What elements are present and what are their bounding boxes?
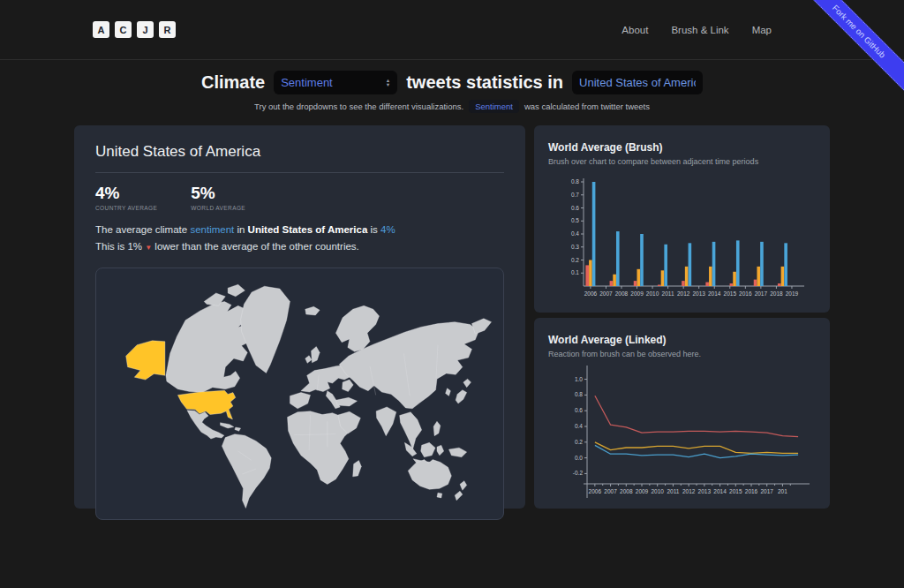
map-country-mexico <box>187 411 224 439</box>
summary-line-2: This is 1% ▼ lower than the average of t… <box>95 238 504 255</box>
summary-country-name: United States of America <box>248 224 368 235</box>
country-input[interactable] <box>572 71 703 94</box>
title-row: Climate Sentiment ▲▼ tweets statistics i… <box>0 71 904 94</box>
title-prefix: Climate <box>201 72 265 93</box>
svg-text:2008: 2008 <box>615 290 629 297</box>
map-island-borneo <box>421 442 435 456</box>
map-country-japan <box>456 390 467 403</box>
logo-letter: C <box>115 21 132 38</box>
svg-text:0.6: 0.6 <box>571 205 579 211</box>
country-panel-title: United States of America <box>95 143 504 161</box>
logo-letter: J <box>137 21 154 38</box>
svg-text:0.2: 0.2 <box>571 257 579 263</box>
map-island-new-guinea <box>448 448 466 457</box>
brush-chart-panel: World Average (Brush) Brush over chart t… <box>534 125 830 313</box>
svg-text:0.4: 0.4 <box>571 230 579 237</box>
svg-text:0.1: 0.1 <box>571 269 579 275</box>
svg-text:2017: 2017 <box>760 488 773 494</box>
svg-text:2014: 2014 <box>708 290 721 297</box>
map-island-philippines <box>433 421 441 435</box>
map-region-alaska-highlighted <box>126 341 165 380</box>
map-island <box>235 427 241 431</box>
map-region-iberia <box>290 392 310 408</box>
series-orange <box>595 442 798 454</box>
metric-select[interactable]: Sentiment ▲▼ <box>274 71 397 94</box>
select-chevrons-icon: ▲▼ <box>386 79 390 87</box>
map-country-turkey <box>335 397 357 406</box>
svg-text:0.8: 0.8 <box>575 391 583 397</box>
svg-text:2008: 2008 <box>620 488 633 494</box>
svg-text:2018: 2018 <box>770 290 783 297</box>
linked-chart-title: World Average (Linked) <box>548 334 816 346</box>
brush-chart-title: World Average (Brush) <box>548 141 816 154</box>
world-map[interactable] <box>96 268 503 519</box>
map-country-ireland <box>305 356 312 364</box>
logo-letter: R <box>159 21 176 38</box>
brush-chart-container: 0.10.20.30.40.50.60.70.82006200720082009… <box>548 171 816 307</box>
summary-text-chunk: This is 1% <box>95 241 145 252</box>
nav-link-about[interactable]: About <box>622 25 648 35</box>
map-country-new-zealand <box>460 481 467 491</box>
summary-line-1: The average climate sentiment in United … <box>95 222 504 238</box>
brush-chart-subtitle: Brush over chart to compare between adja… <box>548 157 816 166</box>
nav-link-map[interactable]: Map <box>752 25 772 35</box>
svg-text:-0.2: -0.2 <box>573 470 584 476</box>
map-country-india <box>376 407 396 436</box>
svg-text:2014: 2014 <box>713 488 727 494</box>
svg-text:0.6: 0.6 <box>575 407 583 413</box>
map-region-korea <box>446 388 451 396</box>
map-region-balkans <box>343 380 354 391</box>
svg-text:0.2: 0.2 <box>575 439 583 445</box>
line-series <box>595 396 798 457</box>
world-average-value: 5% <box>191 184 245 203</box>
linked-chart-subtitle: Reaction from brush can be observed here… <box>548 350 816 358</box>
logo-letter: A <box>93 21 109 38</box>
linked-chart-panel: World Average (Linked) Reaction from bru… <box>534 318 830 509</box>
svg-text:0.8: 0.8 <box>571 178 579 185</box>
stats-row: 4% COUNTRY AVERAGE 5% WORLD AVERAGE <box>95 184 504 211</box>
summary-text-chunk: The average climate <box>95 224 190 235</box>
brand-logo[interactable]: A C J R <box>93 21 176 38</box>
series-red <box>595 396 798 436</box>
svg-text:0.5: 0.5 <box>571 217 579 223</box>
page-header: Climate Sentiment ▲▼ tweets statistics i… <box>0 71 904 113</box>
map-continent-south-america <box>222 434 271 509</box>
svg-text:2009: 2009 <box>630 290 644 297</box>
svg-text:2009: 2009 <box>636 488 649 494</box>
svg-text:2016: 2016 <box>739 290 752 297</box>
map-island-tasmania <box>437 493 442 498</box>
svg-text:2010: 2010 <box>646 290 659 297</box>
linked-line-chart: -0.20.00.20.40.60.81.0200620072008200920… <box>548 364 813 503</box>
svg-text:2015: 2015 <box>724 290 737 297</box>
summary-text: The average climate sentiment in United … <box>95 222 504 255</box>
country-average-stat: 4% COUNTRY AVERAGE <box>95 184 157 211</box>
linked-chart-container: -0.20.00.20.40.60.81.0200620072008200920… <box>548 364 816 507</box>
country-average-value: 4% <box>95 184 157 203</box>
nav-link-brush-link[interactable]: Brush & Link <box>671 25 728 35</box>
map-arctic-island <box>228 284 245 296</box>
brush-bar-chart[interactable]: 0.10.20.30.40.50.60.70.82006200720082009… <box>548 171 813 304</box>
map-country-cuba <box>220 423 233 428</box>
svg-text:1.0: 1.0 <box>575 376 583 382</box>
map-country-new-zealand <box>455 491 463 501</box>
svg-text:2007: 2007 <box>604 488 617 494</box>
svg-text:2012: 2012 <box>677 290 690 297</box>
main-content: United States of America 4% COUNTRY AVER… <box>74 125 830 509</box>
svg-text:2017: 2017 <box>755 290 768 297</box>
svg-text:2006: 2006 <box>584 290 598 297</box>
bar-groups <box>585 182 787 286</box>
subtitle-text-before: Try out the dropdowns to see the differe… <box>254 102 463 111</box>
map-country-australia <box>408 460 451 490</box>
summary-text-chunk: is <box>367 224 380 235</box>
down-arrow-icon: ▼ <box>145 244 152 252</box>
svg-text:2013: 2013 <box>698 488 712 494</box>
map-country-japan <box>463 379 471 388</box>
subtitle-text-after: was calculated from twitter tweets <box>524 102 650 111</box>
map-country-greenland <box>241 286 290 373</box>
svg-text:2012: 2012 <box>682 488 696 494</box>
map-country-uk <box>311 347 320 363</box>
world-map-panel[interactable] <box>95 268 504 520</box>
sentiment-link[interactable]: sentiment <box>190 224 234 235</box>
nav-links: About Brush & Link Map <box>622 25 772 35</box>
svg-text:201: 201 <box>778 488 787 494</box>
